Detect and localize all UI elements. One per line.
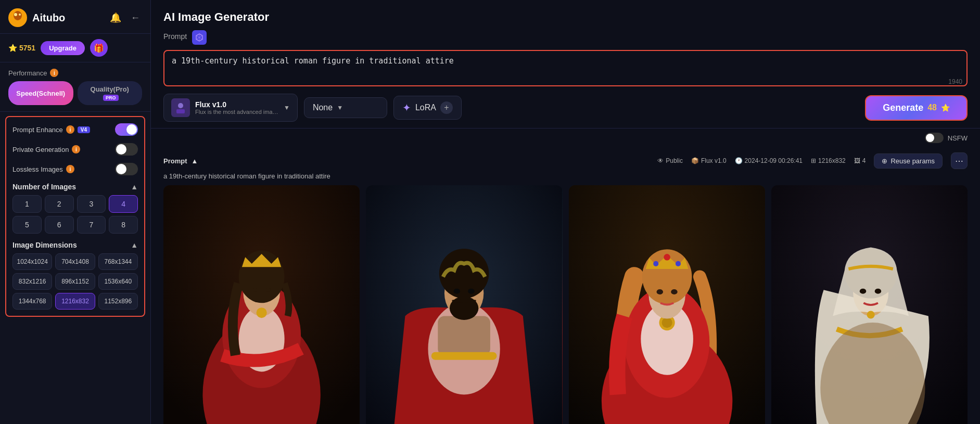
result-image-2[interactable] — [366, 185, 562, 424]
nsfw-row: NSFW — [151, 129, 980, 147]
pro-badge: PRO — [103, 95, 119, 101]
prompt-enhance-toggle[interactable] — [115, 123, 138, 136]
svg-point-44 — [867, 311, 874, 318]
image-dimensions-title: Image Dimensions — [12, 241, 77, 249]
model-thumbnail — [171, 98, 190, 117]
none-label: None — [313, 103, 333, 112]
none-dropdown-arrow-icon: ▼ — [337, 104, 343, 111]
credits-value: 5751 — [19, 44, 35, 52]
lora-button[interactable]: ✦ LoRA + — [393, 96, 462, 120]
date-value: 2024-12-09 00:26:41 — [745, 157, 803, 164]
prompt-input[interactable] — [163, 50, 968, 86]
dim-btn-704x1408[interactable]: 704x1408 — [55, 253, 95, 270]
results-area: Prompt ▲ 👁 Public 📦 Flux v1.0 🕐 2024-12-… — [151, 147, 980, 424]
visibility-meta: 👁 Public — [657, 157, 683, 164]
back-arrow-icon[interactable]: ← — [129, 10, 142, 25]
image-grid — [163, 185, 968, 424]
result-image-1[interactable] — [163, 185, 360, 424]
num-btn-3[interactable]: 3 — [77, 195, 106, 213]
prompt-toggle[interactable]: Prompt ▲ — [163, 157, 198, 165]
gift-button[interactable]: 🎁 — [90, 39, 108, 57]
dim-btn-1344x768[interactable]: 1344x768 — [12, 293, 52, 310]
none-selector[interactable]: None ▼ — [304, 97, 387, 118]
private-generation-toggle[interactable] — [115, 143, 138, 156]
generate-star-icon: ⭐ — [941, 104, 950, 112]
clock-icon: 🕐 — [735, 157, 743, 164]
num-btn-8[interactable]: 8 — [109, 216, 138, 234]
dimensions-meta: ⊞ 1216x832 — [811, 157, 846, 164]
dim-btn-1216x832[interactable]: 1216x832 — [55, 293, 95, 310]
svg-point-30 — [661, 317, 672, 328]
nsfw-toggle[interactable] — [925, 133, 944, 143]
dim-btn-832x1216[interactable]: 832x1216 — [12, 273, 52, 290]
dim-btn-1024x1024[interactable]: 1024x1024 — [12, 253, 52, 270]
dim-btn-1536x640[interactable]: 1536x640 — [98, 273, 138, 290]
result-prompt-text: a 19th-century historical roman figure i… — [163, 172, 968, 185]
private-generation-row: Private Generation i — [12, 143, 138, 156]
upgrade-button[interactable]: Upgrade — [41, 41, 85, 55]
dim-btn-768x1344[interactable]: 768x1344 — [98, 253, 138, 270]
prompt-enhance-info-icon: i — [66, 125, 74, 134]
num-btn-2[interactable]: 2 — [45, 195, 74, 213]
result-image-4[interactable] — [771, 185, 968, 424]
prompt-input-wrapper: 1940 — [163, 50, 968, 88]
num-btn-7[interactable]: 7 — [77, 216, 106, 234]
image-dimensions-header: Image Dimensions ▲ — [12, 241, 138, 249]
page-title: AI Image Generator — [163, 10, 968, 24]
v4-badge: V4 — [78, 126, 90, 133]
svg-rect-18 — [438, 316, 491, 355]
lossless-images-toggle[interactable] — [115, 163, 138, 175]
num-btn-6[interactable]: 6 — [45, 216, 74, 234]
svg-point-15 — [265, 288, 271, 292]
number-of-images-header: Number of Images ▲ — [12, 183, 138, 191]
generate-button[interactable]: Generate 48 ⭐ — [865, 95, 968, 121]
number-grid: 1 2 3 4 5 6 7 8 — [12, 195, 138, 234]
visibility-value: Public — [666, 157, 683, 164]
svg-point-43 — [874, 289, 881, 294]
logo-icon — [8, 8, 27, 27]
svg-point-35 — [675, 261, 680, 266]
toggle-knob — [126, 124, 137, 135]
svg-point-3 — [19, 14, 21, 16]
reuse-params-button[interactable]: ⊕ Reuse params — [874, 153, 943, 169]
main-content: AI Image Generator Prompt 1940 — [151, 0, 980, 424]
toolbar-row: Flux v1.0 Flux is the most advanced imag… — [163, 88, 968, 122]
cube-icon — [192, 30, 207, 45]
char-count: 1940 — [948, 78, 962, 85]
performance-label: Performance i — [8, 69, 142, 77]
dim-btn-1152x896[interactable]: 1152x896 — [98, 293, 138, 310]
nsfw-label: NSFW — [948, 134, 968, 142]
dim-btn-896x1152[interactable]: 896x1152 — [55, 273, 95, 290]
model-desc: Flux is the most advanced image generati… — [195, 109, 278, 115]
model-info: Flux v1.0 Flux is the most advanced imag… — [195, 100, 278, 115]
more-options-button[interactable]: ⋯ — [951, 152, 968, 169]
num-btn-5[interactable]: 5 — [12, 216, 42, 234]
model-meta: 📦 Flux v1.0 — [691, 157, 727, 164]
num-btn-1[interactable]: 1 — [12, 195, 42, 213]
quality-btn[interactable]: Quality(Pro) PRO — [78, 81, 143, 105]
svg-point-14 — [252, 288, 258, 292]
nsfw-toggle-knob — [926, 134, 934, 142]
lora-add-icon[interactable]: + — [440, 101, 453, 114]
model-selector[interactable]: Flux v1.0 Flux is the most advanced imag… — [163, 94, 298, 122]
svg-point-34 — [653, 261, 658, 266]
star-icon: ⭐ — [8, 44, 17, 52]
number-of-images-section: Number of Images ▲ 1 2 3 4 5 6 7 8 — [12, 183, 138, 234]
notification-bell-icon[interactable]: 🔔 — [108, 10, 123, 25]
credits-row: ⭐ 5751 Upgrade 🎁 — [0, 34, 150, 62]
prompt-toggle-chevron-icon: ▲ — [192, 157, 198, 165]
private-gen-info-icon: i — [72, 145, 80, 153]
svg-point-5 — [178, 103, 183, 108]
svg-point-2 — [14, 13, 17, 16]
performance-section: Performance i Speed(Schnell) Quality(Pro… — [0, 62, 150, 112]
svg-point-13 — [257, 307, 267, 318]
generate-label: Generate — [883, 102, 923, 113]
sidebar: Aitubo 🔔 ← ⭐ 5751 Upgrade 🎁 Performance … — [0, 0, 151, 424]
reuse-icon: ⊕ — [882, 157, 887, 165]
sparkle-icon: ✦ — [402, 101, 411, 114]
num-btn-4[interactable]: 4 — [109, 195, 138, 213]
result-image-3[interactable] — [569, 185, 765, 424]
model-name: Flux v1.0 — [195, 100, 278, 109]
svg-point-42 — [860, 289, 867, 294]
speed-btn[interactable]: Speed(Schnell) — [8, 81, 73, 105]
